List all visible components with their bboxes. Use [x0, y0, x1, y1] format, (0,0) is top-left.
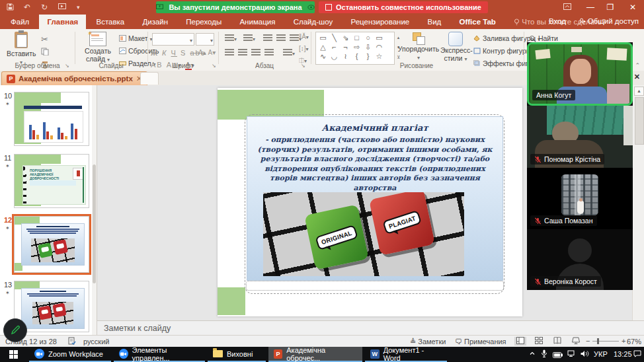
justify-button[interactable]: [264, 49, 274, 57]
shape-scribble-icon[interactable]: ∿: [317, 52, 329, 61]
restore-button[interactable]: ❐: [600, 0, 620, 15]
annotation-pen-button[interactable]: [3, 318, 27, 342]
tab-review[interactable]: Рецензирование: [342, 15, 417, 29]
shape-arrow-line-icon[interactable]: ⇘: [340, 33, 351, 42]
shape-brace-left-icon[interactable]: {: [351, 52, 362, 61]
tray-network-icon[interactable]: [567, 350, 576, 359]
keyboard-image[interactable]: ORIGINAL PLAGIAT: [263, 192, 464, 276]
quick-styles-button[interactable]: Экспресс-стили ▾: [440, 32, 471, 62]
shape-brace-right-icon[interactable]: }: [362, 52, 374, 61]
shape-arrow-down-icon[interactable]: ⇩: [362, 42, 374, 52]
tab-slideshow[interactable]: Слайд-шоу: [286, 15, 341, 29]
empty-text-placeholder[interactable]: [246, 281, 504, 291]
arrange-button[interactable]: Упорядочить▾: [397, 32, 440, 61]
tab-office-tab[interactable]: Office Tab: [452, 15, 504, 29]
zoom-in-button[interactable]: +: [622, 337, 625, 345]
shape-elbow-icon[interactable]: ⌐: [329, 42, 340, 52]
shape-round-rect-icon[interactable]: ▭: [374, 33, 385, 42]
share-button[interactable]: Общий доступ: [579, 17, 639, 25]
tray-clock[interactable]: 13:25: [614, 350, 632, 358]
taskbar-folder-vyhovni[interactable]: Виховні: [208, 347, 266, 362]
align-right-button[interactable]: [251, 49, 261, 57]
text-direction-button[interactable]: ‖Ă▾: [299, 33, 309, 40]
align-center-button[interactable]: [238, 49, 247, 57]
numbering-button[interactable]: ▾: [243, 34, 255, 42]
slide-editor[interactable]: Академічний плагіат - оприлюднення (част…: [218, 88, 522, 316]
shape-rect-icon[interactable]: □: [351, 33, 362, 42]
tab-insert[interactable]: Вставка: [88, 15, 132, 29]
taskbar-zoom-workplace[interactable]: Zoom Workplace: [29, 347, 111, 362]
tab-file[interactable]: Файл: [3, 15, 37, 29]
bullets-button[interactable]: ▾: [225, 34, 237, 42]
new-slide-button[interactable]: ✶ Создатьслайд ▾: [81, 32, 115, 63]
slide-sorter-view-button[interactable]: [533, 337, 545, 345]
align-text-button[interactable]: [↕]▾: [299, 45, 309, 52]
participant-video-sasha[interactable]: Саша Помазан: [527, 168, 633, 229]
language-indicator[interactable]: русский: [83, 338, 109, 345]
zoom-slider-handle[interactable]: [597, 338, 599, 344]
copy-icon[interactable]: [41, 48, 49, 57]
zoom-percentage[interactable]: 67%: [627, 338, 641, 345]
find-button[interactable]: Найти: [529, 34, 558, 42]
font-name-select[interactable]: ▾: [152, 33, 194, 46]
thumbnail-scrollbar[interactable]: [92, 85, 97, 335]
close-button[interactable]: ✕: [623, 0, 643, 15]
shape-arc2-icon[interactable]: ◠: [374, 42, 385, 52]
shape-elbow2-icon[interactable]: ¬: [340, 42, 351, 52]
tab-transitions[interactable]: Переходы: [178, 15, 229, 29]
comments-toggle[interactable]: 🗨 Примечания: [455, 338, 506, 345]
taskbar-zoom-controls[interactable]: Элементы управлен...: [114, 347, 205, 362]
paste-button[interactable]: Вставить▾: [7, 32, 36, 65]
tab-animations[interactable]: Анимация: [231, 15, 283, 29]
scrollbar-thumb[interactable]: [635, 97, 644, 145]
cut-icon[interactable]: ✂: [41, 34, 48, 44]
vertical-scrollbar[interactable]: ▲: [632, 85, 644, 320]
tray-speaker-icon[interactable]: [581, 350, 589, 359]
thumbnail-slide-10[interactable]: [14, 92, 89, 146]
shape-arc-icon[interactable]: ◡: [329, 52, 340, 61]
start-slideshow-icon[interactable]: [58, 0, 66, 15]
scroll-up-button[interactable]: ▲: [634, 87, 644, 96]
minimize-button[interactable]: —: [581, 0, 600, 15]
save-icon[interactable]: [7, 0, 14, 15]
action-center-icon[interactable]: [633, 350, 641, 359]
taskbar-powerpoint[interactable]: P Академічна оброчес...: [268, 347, 362, 362]
tab-home[interactable]: Главная: [39, 15, 86, 29]
tab-bar-close-icon[interactable]: ✕: [634, 73, 640, 81]
thumbnail-slide-12[interactable]: [14, 216, 89, 273]
document-tab[interactable]: P Академічна оброчесність.pptx ✕: [1, 71, 147, 85]
font-format-buttons[interactable]: Ж К Ч S abc: [151, 49, 206, 57]
shape-star-icon[interactable]: ☆: [374, 52, 385, 61]
font-size-select[interactable]: ▾: [196, 33, 214, 46]
ribbon-display-options-icon[interactable]: [563, 0, 571, 15]
shapes-gallery[interactable]: ▭╲⇘□○▭ △⌐¬⇨⇩◠ ∿◡≀{}☆ ▴▾⊻: [315, 32, 395, 65]
tab-view[interactable]: Вид: [419, 15, 449, 29]
stop-share-button[interactable]: Остановить совместное использование: [319, 1, 488, 13]
taskbar-word[interactable]: W Документ1 - Word: [365, 347, 447, 362]
shape-textbox-icon[interactable]: ▭: [317, 33, 329, 42]
participant-video-anna[interactable]: Анна Когут: [527, 42, 633, 106]
slideshow-view-button[interactable]: [570, 337, 582, 345]
tab-design[interactable]: Дизайн: [134, 15, 176, 29]
shape-line-icon[interactable]: ╲: [329, 33, 340, 42]
thumbnail-slide-11[interactable]: ПОРУШЕННЯ АКАДЕМІЧНОЇ ДОБРОЧЕСНОСТІ: [14, 154, 89, 208]
zoom-out-button[interactable]: −: [586, 337, 590, 345]
qat-customize-icon[interactable]: ▾: [77, 0, 80, 15]
notes-toggle[interactable]: ≜ Заметки: [410, 338, 446, 346]
spellcheck-icon[interactable]: [68, 337, 76, 346]
sign-in-link[interactable]: Вход: [549, 17, 566, 25]
start-button[interactable]: [9, 350, 18, 360]
columns-button[interactable]: ▾: [283, 49, 295, 57]
tray-language[interactable]: УКР: [594, 350, 608, 358]
notes-pane[interactable]: Заметки к слайду: [97, 320, 644, 335]
zoom-slider[interactable]: [592, 341, 619, 342]
decrease-indent-button[interactable]: [263, 34, 272, 42]
normal-view-button[interactable]: [514, 337, 526, 345]
participant-video-veronika[interactable]: Вероніка Корост: [527, 229, 633, 290]
tray-battery-icon[interactable]: [553, 351, 563, 359]
shape-curve-icon[interactable]: ≀: [340, 52, 351, 61]
shape-arrow-right-icon[interactable]: ⇨: [351, 42, 362, 52]
redo-icon[interactable]: ↻: [41, 0, 48, 15]
new-document-tab[interactable]: [140, 72, 159, 85]
shape-triangle-icon[interactable]: △: [317, 42, 329, 52]
